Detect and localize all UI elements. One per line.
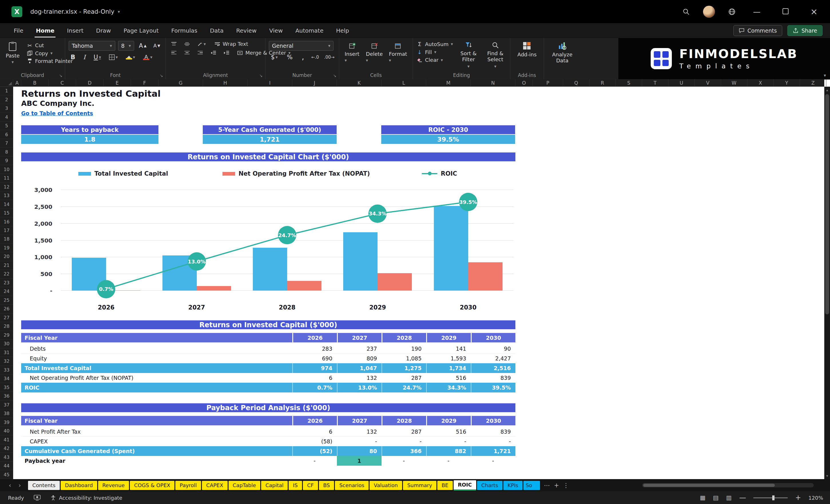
alignment-dialog-launcher[interactable]: ↘: [259, 73, 262, 78]
scroll-down-icon[interactable]: ▾: [824, 474, 830, 478]
cell-value[interactable]: 0.7%: [292, 383, 337, 392]
table1-header[interactable]: Returns on Invested Capital ($'000): [21, 320, 515, 329]
roic-marker[interactable]: 39.5%: [459, 193, 477, 211]
cell-value[interactable]: 974: [292, 363, 337, 373]
sheet-tab-cogs-opex[interactable]: COGS & OPEX: [130, 481, 174, 490]
zoom-out-button[interactable]: —: [739, 494, 746, 502]
column-header-P[interactable]: P: [533, 79, 563, 86]
zoom-level[interactable]: 120%: [808, 495, 823, 501]
sheet-tab-so[interactable]: So: [523, 481, 540, 490]
grow-font-button[interactable]: A▲: [137, 42, 149, 50]
row-header-10[interactable]: 10: [0, 165, 13, 174]
column-header-S[interactable]: S: [616, 79, 642, 86]
horizontal-scrollbar[interactable]: [642, 483, 814, 487]
row-label[interactable]: Net Operating Profit After Tax (NOPAT): [21, 373, 292, 382]
italic-button[interactable]: I: [81, 54, 88, 61]
sheet-tab-capex[interactable]: CAPEX: [202, 481, 227, 490]
cell-value[interactable]: 287: [382, 373, 426, 382]
increase-decimal-button[interactable]: ←.0: [311, 55, 319, 60]
menu-tab-help[interactable]: Help: [331, 24, 354, 37]
cell-value[interactable]: -: [382, 437, 426, 446]
accounting-format-button[interactable]: $ ▾: [269, 54, 280, 61]
cell-value[interactable]: 1,275: [382, 363, 426, 373]
align-top-icon[interactable]: [169, 41, 179, 46]
row-header-8[interactable]: 8: [0, 148, 13, 156]
clipboard-dialog-launcher[interactable]: ↘: [59, 73, 62, 78]
row-header-23[interactable]: 23: [0, 279, 13, 287]
tabs-scroll-right-icon[interactable]: ›: [15, 482, 25, 489]
row-header-1[interactable]: 1: [0, 87, 13, 95]
cell-value[interactable]: 6: [292, 373, 337, 382]
fill-button[interactable]: ↓Fill ▾: [416, 49, 453, 55]
number-format-combo[interactable]: General▾: [269, 41, 333, 51]
row-header-38[interactable]: 38: [0, 409, 13, 418]
row-header-19[interactable]: 19: [0, 244, 13, 252]
row-header-14[interactable]: 14: [0, 200, 13, 209]
cell-value[interactable]: -: [471, 437, 515, 446]
cell-value[interactable]: 132: [337, 427, 382, 436]
sheet-tab-revenue[interactable]: Revenue: [98, 481, 129, 490]
cell-value[interactable]: 283: [292, 344, 337, 353]
table-row[interactable]: Net Operating Profit After Tax (NOPAT)61…: [21, 373, 515, 383]
normal-view-icon[interactable]: ▦: [700, 494, 706, 501]
row-header-30[interactable]: 30: [0, 340, 13, 348]
row-header-26[interactable]: 26: [0, 305, 13, 313]
cell-value[interactable]: 80: [337, 446, 382, 456]
column-header-H[interactable]: H: [203, 79, 248, 86]
increase-indent-icon[interactable]: [222, 50, 231, 56]
row-header-7[interactable]: 7: [0, 139, 13, 148]
cell-value[interactable]: -: [471, 456, 515, 466]
cell-value[interactable]: -: [337, 437, 382, 446]
year-header-2028[interactable]: 2028: [382, 416, 426, 426]
table2-header[interactable]: Payback Period Analysis ($'000): [21, 403, 515, 412]
year-header-2030[interactable]: 2030: [471, 416, 515, 426]
decrease-decimal-button[interactable]: .00→: [324, 55, 334, 60]
row-header-44[interactable]: 44: [0, 462, 13, 470]
delete-cells-button[interactable]: Delete ▾: [364, 43, 385, 63]
row-header-3[interactable]: 3: [0, 104, 13, 113]
roic-marker[interactable]: 0.7%: [97, 280, 115, 298]
cell-value[interactable]: 34.3%: [426, 383, 471, 392]
number-dialog-launcher[interactable]: ↘: [333, 73, 337, 78]
column-header-O[interactable]: O: [515, 79, 533, 86]
vertical-scrollbar[interactable]: ▴ ▾: [824, 87, 830, 479]
cell-value[interactable]: 1,047: [337, 363, 382, 373]
column-header-X[interactable]: X: [747, 79, 774, 86]
row-label[interactable]: ROIC: [21, 383, 292, 392]
fiscal-year-row[interactable]: Fiscal Year20262027202820292030: [21, 333, 515, 342]
row-header-15[interactable]: 15: [0, 209, 13, 217]
cell-value[interactable]: 6: [292, 427, 337, 436]
sheet-tab-kpis[interactable]: KPIs: [503, 481, 522, 490]
fiscal-year-row[interactable]: Fiscal Year20262027202820292030: [21, 416, 515, 426]
roic-marker[interactable]: 24.7%: [278, 226, 296, 244]
font-dialog-launcher[interactable]: ↘: [160, 73, 163, 78]
kpi-label-roic-2030[interactable]: ROIC - 2030: [381, 125, 515, 134]
column-header-G[interactable]: G: [158, 79, 203, 86]
row-header-18[interactable]: 18: [0, 235, 13, 244]
year-header-2029[interactable]: 2029: [426, 416, 471, 426]
menu-tab-view[interactable]: View: [264, 24, 288, 37]
sheet-tab-be[interactable]: BE: [437, 481, 453, 490]
collapse-ribbon-icon[interactable]: ▾: [824, 73, 826, 78]
shrink-font-button[interactable]: A▼: [151, 43, 162, 49]
column-header-D[interactable]: D: [76, 79, 103, 86]
tabs-scroll-left-icon[interactable]: ‹: [5, 482, 15, 489]
percent-style-button[interactable]: %: [285, 54, 295, 61]
row-label[interactable]: Equity: [21, 353, 292, 363]
row-header-36[interactable]: 36: [0, 392, 13, 401]
tab-splitter-icon[interactable]: ⋮: [563, 482, 569, 489]
table-row[interactable]: Debts28323719014190: [21, 344, 515, 353]
new-sheet-button[interactable]: +: [554, 482, 559, 489]
row-header-40[interactable]: 40: [0, 427, 13, 435]
row-label[interactable]: Debts: [21, 344, 292, 353]
menu-tab-insert[interactable]: Insert: [62, 24, 88, 37]
cell-value[interactable]: 690: [292, 353, 337, 363]
cell-value[interactable]: 1,721: [471, 446, 515, 456]
row-header-25[interactable]: 25: [0, 296, 13, 305]
sheet-tab-is[interactable]: IS: [289, 481, 302, 490]
row-label[interactable]: CAPEX: [21, 437, 292, 446]
restore-button[interactable]: [777, 7, 793, 16]
underline-button[interactable]: U ▾: [92, 54, 103, 61]
row-header-27[interactable]: 27: [0, 314, 13, 322]
row-header-17[interactable]: 17: [0, 226, 13, 235]
